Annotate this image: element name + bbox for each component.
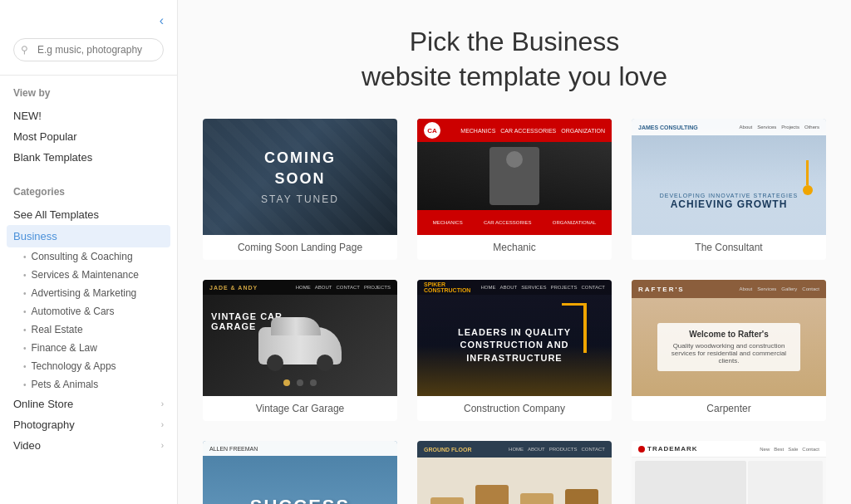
template-card-ground-floor[interactable]: GROUND FLOOR HOME ABOUT PRODUCTS CONTACT bbox=[417, 441, 612, 504]
categories-label: Categories bbox=[13, 186, 164, 198]
view-by-section: View by NEW! Most Popular Blank Template… bbox=[0, 76, 177, 174]
template-card-consultant[interactable]: JAMES CONSULTING About Services Projects… bbox=[632, 119, 826, 260]
template-card-success[interactable]: ALLEN FREEMAN SUCCESS Success bbox=[203, 441, 397, 504]
sidebar-sub-technology[interactable]: Technology & Apps bbox=[23, 357, 164, 375]
business-sub-items: Consulting & Coaching Services & Mainten… bbox=[13, 247, 164, 394]
expand-video-icon: › bbox=[161, 441, 164, 450]
const-logo: SPIKER CONSTRUCTION bbox=[424, 281, 481, 293]
vintage-car-shape bbox=[258, 327, 342, 365]
sidebar-item-see-all[interactable]: See All Templates bbox=[13, 204, 164, 225]
collapse-sidebar-icon[interactable]: ‹ bbox=[160, 13, 164, 28]
template-name-consultant: The Consultant bbox=[632, 235, 826, 260]
gf-logo: GROUND FLOOR bbox=[424, 447, 472, 453]
const-text: LEADERS IN QUALITYCONSTRUCTION ANDINFRAS… bbox=[458, 326, 571, 365]
search-input[interactable] bbox=[13, 38, 164, 61]
success-logo: ALLEN FREEMAN bbox=[209, 446, 258, 452]
sidebar-sub-automotive[interactable]: Automotive & Cars bbox=[23, 302, 164, 321]
template-card-vintage-car[interactable]: JADE & ANDY HOME ABOUT CONTACT PROJECTS … bbox=[203, 280, 397, 421]
view-by-label: View by bbox=[13, 87, 164, 99]
sidebar-header: ‹ bbox=[0, 13, 177, 38]
template-name-vintage-car: Vintage Car Garage bbox=[203, 396, 397, 421]
success-text: SUCCESS bbox=[250, 496, 350, 504]
consult-logo: JAMES CONSULTING bbox=[638, 125, 698, 130]
expand-photography-icon: › bbox=[161, 420, 164, 429]
sidebar-item-business[interactable]: Business bbox=[7, 225, 170, 247]
carp-logo: RAFTER'S bbox=[638, 286, 685, 293]
template-card-construction[interactable]: SPIKER CONSTRUCTION HOME ABOUT SERVICES … bbox=[417, 280, 612, 421]
sidebar-item-blank-templates[interactable]: Blank Templates bbox=[13, 147, 164, 168]
tm-logo: TRADEMARK bbox=[647, 445, 698, 453]
coming-soon-thumb-text: COMINGSOONSTAY TUNED bbox=[261, 148, 339, 207]
sidebar-item-video[interactable]: Video › bbox=[13, 435, 164, 456]
sidebar-item-photography[interactable]: Photography › bbox=[13, 414, 164, 435]
template-card-mechanic[interactable]: CA MECHANICS CAR ACCESSORIES ORGANIZATIO… bbox=[417, 119, 612, 260]
sidebar-sub-advertising[interactable]: Advertising & Marketing bbox=[23, 284, 164, 302]
sidebar-sub-services[interactable]: Services & Maintenance bbox=[23, 266, 164, 284]
template-name-mechanic: Mechanic bbox=[417, 235, 612, 260]
template-name-carpenter: Carpenter bbox=[632, 396, 826, 421]
vintage-logo: JADE & ANDY bbox=[209, 285, 258, 291]
page-title: Pick the Business website template you l… bbox=[203, 25, 826, 94]
carp-welcome: Welcome to Rafter's Quality woodworking … bbox=[657, 323, 799, 371]
template-card-coming-soon[interactable]: COMINGSOONSTAY TUNED Coming Soon Landing… bbox=[203, 119, 397, 260]
expand-online-store-icon: › bbox=[161, 399, 164, 409]
sidebar-sub-finance[interactable]: Finance & Law bbox=[23, 339, 164, 357]
template-card-carpenter[interactable]: RAFTER'S About Services Gallery Contact … bbox=[632, 280, 826, 421]
mech-logo: CA bbox=[424, 122, 440, 139]
search-container: ⚲ bbox=[0, 38, 177, 76]
template-name-coming-soon: Coming Soon Landing Page bbox=[203, 235, 397, 260]
sidebar: ‹ ⚲ View by NEW! Most Popular Blank Temp… bbox=[0, 0, 178, 504]
main-content: Pick the Business website template you l… bbox=[178, 0, 851, 504]
sidebar-sub-consulting[interactable]: Consulting & Coaching bbox=[23, 247, 164, 266]
sidebar-item-online-store[interactable]: Online Store › bbox=[13, 394, 164, 414]
sidebar-item-new[interactable]: NEW! bbox=[13, 105, 164, 126]
sidebar-item-most-popular[interactable]: Most Popular bbox=[13, 126, 164, 147]
template-grid: COMINGSOONSTAY TUNED Coming Soon Landing… bbox=[203, 119, 826, 504]
sidebar-sub-realestate[interactable]: Real Estate bbox=[23, 321, 164, 339]
template-card-trademark[interactable]: TRADEMARK New Best Sale Contact bbox=[632, 441, 826, 504]
categories-section: Categories See All Templates Business Co… bbox=[0, 174, 177, 462]
sidebar-sub-pets[interactable]: Pets & Animals bbox=[23, 375, 164, 394]
template-name-construction: Construction Company bbox=[417, 396, 612, 421]
search-icon: ⚲ bbox=[21, 44, 28, 56]
